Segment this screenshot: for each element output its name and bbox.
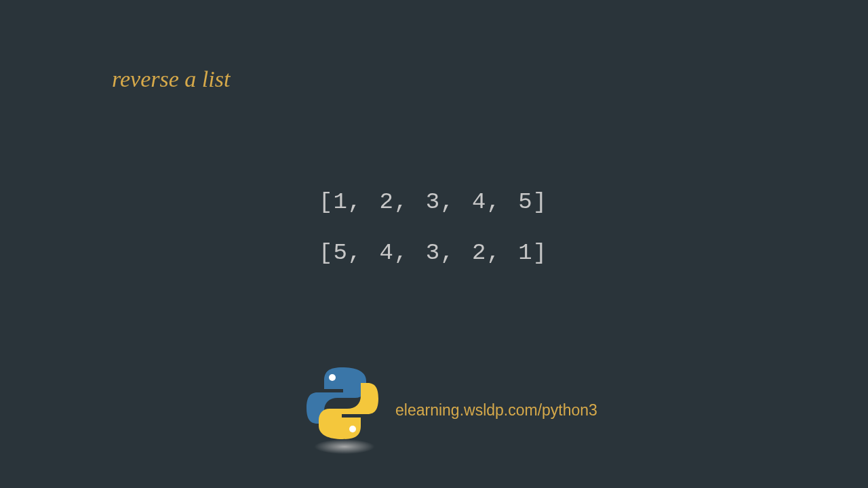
svg-point-1 (349, 426, 356, 432)
footer: elearning.wsldp.com/python3 (305, 366, 597, 454)
code-block: [1, 2, 3, 4, 5] [5, 4, 3, 2, 1] (319, 190, 547, 292)
code-line-reversed: [5, 4, 3, 2, 1] (319, 241, 547, 266)
slide-title: reverse a list (112, 66, 230, 92)
code-line-original: [1, 2, 3, 4, 5] (319, 190, 547, 215)
svg-point-0 (329, 374, 336, 381)
footer-url: elearning.wsldp.com/python3 (395, 401, 597, 420)
python-logo-icon (305, 366, 383, 454)
logo-shadow (314, 439, 375, 454)
